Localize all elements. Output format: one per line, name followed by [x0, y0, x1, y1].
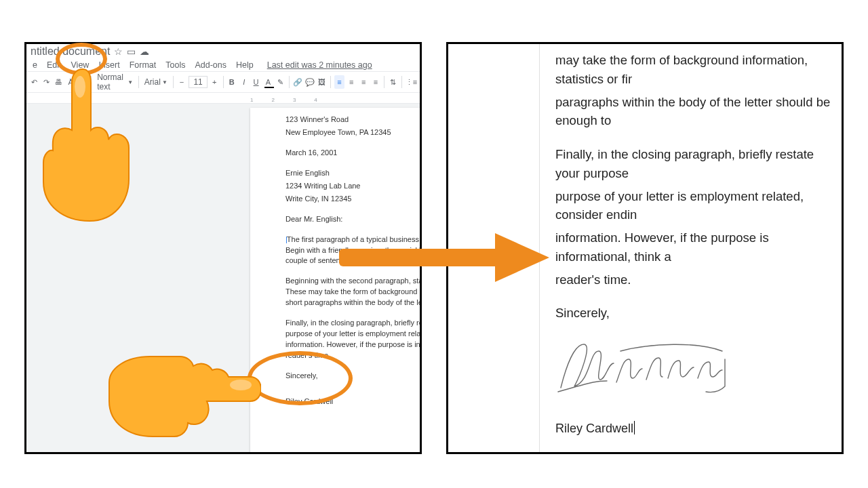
- menu-view[interactable]: View: [68, 59, 93, 71]
- doc-title[interactable]: ntitled document: [29, 45, 110, 58]
- align-justify-icon[interactable]: ≡: [371, 75, 381, 89]
- doc-canvas: 1 2 3 4 123 Winner's Road New Employee T…: [26, 94, 420, 452]
- paint-format-icon[interactable]: ⟆: [78, 75, 88, 89]
- bulleted-list-icon[interactable]: ⋮≡: [406, 75, 417, 89]
- chevron-down-icon: ▼: [162, 79, 167, 85]
- recipient-addr-1: 1234 Writing Lab Lane: [285, 181, 420, 192]
- sender-addr-2: New Employee Town, PA 12345: [285, 127, 420, 138]
- style-dropdown-label: Normal text: [97, 73, 126, 92]
- menu-format[interactable]: Format: [126, 59, 160, 71]
- result-line: information. However, if the purpose is …: [555, 228, 842, 266]
- cloud-status-icon: ☁: [140, 46, 149, 57]
- spellcheck-icon[interactable]: Ā: [66, 75, 76, 89]
- separator: [384, 76, 384, 88]
- signature-image: [555, 339, 738, 396]
- ruler-tick: 1: [250, 97, 253, 103]
- text-color-icon[interactable]: A: [263, 75, 273, 89]
- insert-link-icon[interactable]: 🔗: [293, 75, 303, 89]
- result-line: Finally, in the closing paragraph, brief…: [555, 145, 842, 183]
- separator: [173, 76, 174, 88]
- sender-addr-1: 123 Winner's Road: [285, 115, 420, 125]
- align-center-icon[interactable]: ≡: [347, 75, 357, 89]
- font-dropdown-label: Arial: [144, 77, 161, 87]
- separator: [401, 76, 402, 88]
- insert-image-icon[interactable]: 🖼: [317, 75, 327, 89]
- result-line: purpose of your letter is employment rel…: [555, 187, 842, 225]
- separator: [223, 76, 224, 88]
- menu-insert[interactable]: Insert: [95, 59, 123, 71]
- para-2: Beginning with the second paragraph, sta…: [285, 276, 420, 308]
- signature-name: Riley Cardwell: [285, 396, 420, 407]
- text-cursor-icon: [634, 421, 635, 434]
- separator: [91, 76, 92, 88]
- fontsize-plus-icon[interactable]: +: [210, 75, 220, 89]
- separator: [330, 76, 331, 88]
- result-document: may take the form of background informat…: [448, 44, 842, 452]
- font-dropdown[interactable]: Arial ▼: [142, 77, 170, 87]
- separator: [289, 76, 290, 88]
- line-spacing-icon[interactable]: ⇅: [388, 75, 398, 89]
- recipient-name: Ernie English: [285, 168, 420, 179]
- toolbar: ↶ ↷ 🖶 Ā ⟆ Normal text ▼ Arial ▼ − 11 + B…: [26, 71, 420, 93]
- result-closing: Sincerely,: [555, 304, 842, 323]
- move-icon[interactable]: ▭: [127, 46, 136, 57]
- menu-edit[interactable]: Edit: [43, 59, 65, 71]
- menu-addons[interactable]: Add-ons: [191, 59, 230, 71]
- chevron-down-icon: ▼: [127, 79, 133, 85]
- undo-icon[interactable]: ↶: [29, 75, 39, 89]
- menu-file[interactable]: e: [29, 59, 41, 71]
- result-sig-name: Riley Cardwell: [555, 420, 842, 438]
- separator: [138, 76, 139, 88]
- recipient-addr-2: Write City, IN 12345: [285, 194, 420, 205]
- underline-icon[interactable]: U: [251, 75, 261, 89]
- salutation: Dear Mr. English:: [285, 214, 420, 225]
- right-panel: may take the form of background informat…: [446, 42, 844, 454]
- letter-date: March 16, 2001: [285, 148, 420, 159]
- result-line: may take the form of background informat…: [555, 51, 842, 89]
- font-size-input[interactable]: 11: [189, 76, 207, 88]
- bold-icon[interactable]: B: [226, 75, 237, 89]
- comment-icon[interactable]: 💬: [304, 75, 315, 89]
- ruler: 1 2 3 4: [26, 94, 420, 104]
- menu-bar: e Edit View Insert Format Tools Add-ons …: [26, 58, 420, 71]
- page-margin-line: [539, 44, 540, 452]
- highlight-icon[interactable]: ✎: [275, 75, 285, 89]
- title-bar: ntitled document ☆ ▭ ☁: [26, 44, 420, 58]
- result-line: reader's time.: [555, 270, 842, 289]
- result-line: paragraphs within the body of the letter…: [555, 93, 842, 131]
- para-3: Finally, in the closing paragraph, brief…: [285, 318, 420, 361]
- italic-icon[interactable]: I: [239, 75, 249, 89]
- style-dropdown[interactable]: Normal text ▼: [95, 73, 135, 92]
- align-right-icon[interactable]: ≡: [359, 75, 369, 89]
- document-page[interactable]: 123 Winner's Road New Employee Town, PA …: [250, 108, 420, 452]
- closing: Sincerely,: [285, 371, 420, 382]
- left-panel: ntitled document ☆ ▭ ☁ e Edit View Inser…: [24, 42, 422, 454]
- star-icon[interactable]: ☆: [114, 46, 123, 57]
- menu-help[interactable]: Help: [233, 59, 257, 71]
- ruler-tick: 4: [314, 97, 317, 103]
- redo-icon[interactable]: ↷: [41, 75, 52, 89]
- document-body[interactable]: 123 Winner's Road New Employee Town, PA …: [285, 115, 420, 407]
- menu-tools[interactable]: Tools: [162, 59, 189, 71]
- para-1: The first paragraph of a typical busines…: [285, 235, 420, 267]
- ruler-tick: 2: [271, 97, 274, 103]
- last-edit-link[interactable]: Last edit was 2 minutes ago: [264, 59, 376, 71]
- ruler-tick: 3: [293, 97, 296, 103]
- print-icon[interactable]: 🖶: [54, 75, 64, 89]
- fontsize-minus-icon[interactable]: −: [177, 75, 187, 89]
- align-left-icon[interactable]: ≡: [334, 75, 344, 89]
